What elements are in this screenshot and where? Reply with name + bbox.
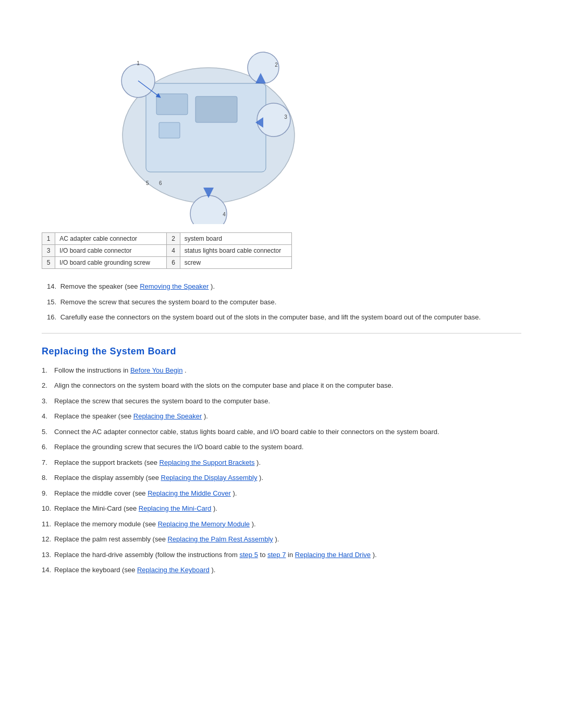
replacing-step-10: Replace the Mini-Card (see Replacing the…: [42, 503, 521, 514]
replacing-step-2: Align the connectors on the system board…: [42, 380, 521, 391]
part-num-5: 5: [42, 257, 55, 269]
part-label-1: AC adapter cable connector: [55, 233, 167, 245]
removing-steps-list: 14. Remove the speaker (see Removing the…: [42, 281, 521, 323]
replacing-step-4: Replace the speaker (see Replacing the S…: [42, 411, 521, 422]
removing-step-16: 16. Carefully ease the connectors on the…: [42, 312, 521, 323]
replacing-step-7: Replace the support brackets (see Replac…: [42, 458, 521, 468]
step-text-15: Remove the screw that secures the system…: [60, 298, 277, 306]
section-heading: Replacing the System Board: [42, 346, 521, 357]
replacing-palm-rest-link[interactable]: Replacing the Palm Rest Assembly: [167, 535, 273, 543]
replacing-step-14: Replace the keyboard (see Replacing the …: [42, 565, 521, 575]
replacing-speaker-link[interactable]: Replacing the Speaker: [133, 412, 202, 420]
replacing-steps-list: Follow the instructions in Before You Be…: [42, 365, 521, 575]
part-num-2: 2: [167, 233, 180, 245]
part-num-4: 4: [167, 245, 180, 257]
before-you-begin-link[interactable]: Before You Begin: [130, 366, 182, 374]
removing-step-15: 15. Remove the screw that secures the sy…: [42, 297, 521, 307]
svg-text:6: 6: [159, 180, 162, 186]
replacing-step-3: Replace the screw that secures the syste…: [42, 396, 521, 406]
replacing-mini-card-link[interactable]: Replacing the Mini-Card: [139, 504, 211, 512]
svg-text:3: 3: [284, 114, 287, 120]
svg-rect-3: [195, 96, 237, 122]
part-label-6: screw: [180, 257, 291, 269]
step-text-14: Remove the speaker (see: [60, 282, 140, 290]
part-label-5: I/O board cable grounding screw: [55, 257, 167, 269]
replacing-display-assembly-link[interactable]: Replacing the Display Assembly: [161, 474, 258, 482]
svg-text:1: 1: [137, 60, 140, 66]
step-num-15: 15.: [47, 298, 56, 306]
replacing-middle-cover-link[interactable]: Replacing the Middle Cover: [148, 489, 231, 497]
replacing-hard-drive-link[interactable]: Replacing the Hard Drive: [295, 551, 371, 559]
replacing-step-8: Replace the display assembly (see Replac…: [42, 473, 521, 483]
replacing-support-brackets-link[interactable]: Replacing the Support Brackets: [160, 459, 255, 466]
replacing-keyboard-link[interactable]: Replacing the Keyboard: [137, 566, 210, 574]
part-label-2: system board: [180, 233, 291, 245]
part-label-4: status lights board cable connector: [180, 245, 291, 257]
step-suffix-14: ).: [211, 282, 215, 290]
removing-speaker-link[interactable]: Removing the Speaker: [140, 282, 209, 290]
step-text-16: Carefully ease the connectors on the sys…: [60, 313, 481, 321]
parts-table: 1 AC adapter cable connector 2 system bo…: [42, 232, 292, 269]
system-board-diagram: 1 2 3 4 5 6: [83, 31, 302, 224]
hard-drive-step7-link[interactable]: step 7: [267, 551, 286, 559]
part-num-6: 6: [167, 257, 180, 269]
step-num-14: 14.: [47, 282, 56, 290]
replacing-step-11: Replace the memory module (see Replacing…: [42, 519, 521, 529]
svg-rect-2: [156, 94, 188, 115]
table-row: 5 I/O board cable grounding screw 6 scre…: [42, 257, 292, 269]
step-num-16: 16.: [47, 313, 56, 321]
table-row: 1 AC adapter cable connector 2 system bo…: [42, 233, 292, 245]
diagram-container: 1 2 3 4 5 6: [83, 31, 521, 224]
svg-rect-4: [159, 122, 180, 138]
section-divider: [42, 333, 521, 334]
replacing-step-13: Replace the hard-drive assembly (follow …: [42, 550, 521, 560]
part-label-3: I/O board cable connector: [55, 245, 167, 257]
svg-text:2: 2: [275, 62, 278, 68]
removing-step-14: 14. Remove the speaker (see Removing the…: [42, 281, 521, 292]
table-row: 3 I/O board cable connector 4 status lig…: [42, 245, 292, 257]
replacing-step-6: Replace the grounding screw that secures…: [42, 442, 521, 452]
replacing-step-1: Follow the instructions in Before You Be…: [42, 365, 521, 376]
svg-text:4: 4: [223, 212, 226, 217]
part-num-1: 1: [42, 233, 55, 245]
replacing-step-9: Replace the middle cover (see Replacing …: [42, 488, 521, 499]
replacing-step-12: Replace the palm rest assembly (see Repl…: [42, 534, 521, 545]
replacing-step-5: Connect the AC adapter connector cable, …: [42, 427, 521, 437]
part-num-3: 3: [42, 245, 55, 257]
svg-text:5: 5: [146, 180, 149, 186]
replacing-memory-module-link[interactable]: Replacing the Memory Module: [158, 520, 250, 528]
hard-drive-step5-link[interactable]: step 5: [239, 551, 258, 559]
